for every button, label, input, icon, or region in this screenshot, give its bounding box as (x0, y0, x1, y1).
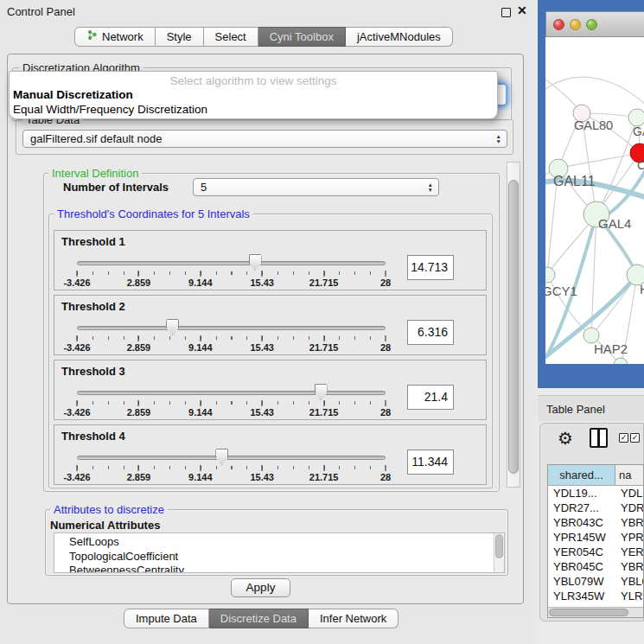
table-row[interactable]: YBR045CYBR0 (548, 559, 643, 574)
tab-style[interactable]: Style (156, 27, 204, 47)
tab-network[interactable]: Network (74, 27, 156, 47)
float-window-icon[interactable] (501, 8, 511, 17)
tab-impute-data[interactable]: Impute Data (124, 609, 209, 628)
cell-shared-name[interactable]: YDL19... (548, 486, 615, 501)
slider-track[interactable] (77, 326, 386, 330)
cell-name[interactable]: YDR2 (615, 501, 643, 515)
slider-thumb[interactable] (166, 319, 179, 335)
cell-shared-name[interactable]: YLR345W (548, 589, 615, 603)
cell-shared-name[interactable]: YBL079W (548, 574, 615, 589)
table-row[interactable]: YDL19...YDL1 (548, 486, 643, 501)
cell-shared-name[interactable]: YBR045C (548, 559, 615, 574)
close-light[interactable] (553, 19, 564, 30)
slider-track[interactable] (77, 391, 386, 395)
tick-mark (323, 335, 324, 341)
tab-select[interactable]: Select (204, 27, 258, 47)
threshold-value-box[interactable]: 14.713 (407, 255, 454, 280)
node-attribute-table[interactable]: shared... na YDL19...YDL1YDR27...YDR2YBR… (547, 464, 644, 618)
table-panel-title: Table Panel (546, 403, 605, 416)
threshold-value-box[interactable]: 11.344 (407, 450, 454, 475)
attribute-list-item[interactable]: BetweennessCentrality (69, 564, 504, 573)
split-table-icon[interactable] (590, 428, 608, 448)
attributes-list-scrollbar[interactable] (494, 533, 504, 572)
cell-name[interactable]: YBL0 (615, 574, 643, 589)
tab-infer-network[interactable]: Infer Network (309, 609, 399, 628)
cell-name[interactable]: YDL1 (615, 486, 643, 501)
scrollbar-thumb[interactable] (508, 180, 519, 474)
cell-name[interactable]: YLR3 (615, 589, 643, 603)
network-node[interactable] (545, 267, 555, 283)
number-of-intervals-combobox[interactable]: 5 ▲▼ (193, 178, 439, 196)
tick-label: 15.43 (250, 277, 274, 288)
network-window-titlebar (545, 11, 644, 37)
scrollbar-thumb[interactable] (495, 534, 503, 558)
table-row[interactable]: YLR345WYLR3 (548, 589, 643, 603)
threshold-slider[interactable]: -3.4262.8599.14415.4321.71528 (77, 448, 386, 482)
gear-icon[interactable]: ⚙ (558, 428, 573, 449)
attribute-list-item[interactable]: TopologicalCoefficient (69, 550, 504, 564)
threshold-value-box[interactable]: 6.316 (407, 320, 454, 345)
checkbox-icon[interactable]: ✓ (630, 433, 640, 443)
table-row[interactable]: YBL079WYBL0 (548, 574, 643, 589)
cell-shared-name[interactable]: YER054C (548, 545, 615, 559)
slider-minor-ticks (77, 401, 386, 405)
panel-title: Control Panel (7, 5, 75, 18)
slider-thumb[interactable] (249, 254, 262, 271)
tick-mark (77, 400, 78, 406)
algorithm-popup-header: Select algorithm to view settings (10, 74, 497, 87)
algorithm-option-manual[interactable]: Manual Discretization (10, 87, 497, 102)
tick-mark (262, 400, 263, 406)
attribute-list-item[interactable]: SelfLoops (69, 535, 504, 550)
tick-mark (323, 465, 324, 471)
cell-shared-name[interactable]: YBR043C (548, 515, 615, 530)
cell-name[interactable]: YER0 (615, 545, 643, 559)
column-header-shared-name[interactable]: shared... (548, 465, 615, 485)
threshold-value-box[interactable]: 21.4 (407, 385, 454, 410)
slider-thumb[interactable] (315, 384, 328, 400)
cell-shared-name[interactable]: YPR145W (548, 530, 615, 545)
close-icon[interactable]: ✕ (517, 3, 527, 17)
slider-track[interactable] (77, 456, 386, 460)
tick-mark (77, 335, 78, 341)
tab-cyni-toolbox[interactable]: Cyni Toolbox (258, 27, 346, 47)
table-row[interactable]: YER054CYER0 (548, 545, 643, 559)
network-edge[interactable] (545, 77, 644, 106)
vertical-scrollbar[interactable] (507, 162, 520, 488)
table-data-combobox[interactable]: galFiltered.sif default node ▲▼ (22, 130, 507, 148)
cell-name[interactable]: YBR0 (615, 515, 643, 530)
network-edge[interactable] (558, 153, 640, 169)
zoom-light[interactable] (586, 19, 597, 30)
tick-label: -3.426 (63, 342, 90, 353)
slider-thumb[interactable] (215, 449, 228, 465)
tick-label: 15.43 (250, 472, 274, 482)
tab-discretize-data[interactable]: Discretize Data (209, 609, 309, 628)
network-node-label: H (640, 282, 644, 296)
cell-shared-name[interactable]: YDR27... (548, 501, 615, 515)
algorithm-dropdown-popup: Select algorithm to view settings Manual… (9, 71, 498, 119)
threshold-slider[interactable]: -3.4262.8599.14415.4321.71528 (77, 253, 386, 288)
cell-name[interactable]: YBR0 (615, 559, 643, 574)
table-row[interactable]: YDR27...YDR2 (548, 501, 643, 515)
table-row[interactable]: YPR145WYPR1 (548, 530, 643, 545)
scrollbar-thumb[interactable] (549, 609, 628, 616)
minimize-light[interactable] (570, 19, 581, 30)
combobox-stepper-icon: ▲▼ (496, 131, 501, 147)
threshold-slider[interactable]: -3.4262.8599.14415.4321.71528 (77, 383, 386, 418)
network-icon (86, 28, 98, 46)
network-graph[interactable]: GAL80GACGAL11GAL4GCY1HHAP2 (545, 37, 644, 364)
network-canvas[interactable]: GAL80GACGAL11GAL4GCY1HHAP2 (545, 37, 644, 364)
checkbox-icon[interactable]: ✓ (619, 433, 628, 443)
horizontal-scrollbar[interactable] (548, 607, 643, 617)
apply-button[interactable]: Apply (231, 578, 290, 597)
slider-track[interactable] (77, 261, 386, 265)
column-header-name[interactable]: na (615, 465, 643, 485)
table-row[interactable]: YBR043CYBR0 (548, 515, 643, 530)
algorithm-option-equal-width[interactable]: Equal Width/Frequency Discretization (10, 102, 497, 117)
network-node-label: GAL80 (574, 118, 613, 132)
tab-jactivemnodules[interactable]: jActiveMNodules (346, 27, 453, 47)
slider-minor-ticks (77, 466, 386, 469)
network-node[interactable] (628, 109, 644, 126)
numerical-attributes-list[interactable]: SelfLoopsTopologicalCoefficientBetweenne… (54, 532, 505, 573)
threshold-slider[interactable]: -3.4262.8599.14415.4321.71528 (77, 318, 386, 353)
cell-name[interactable]: YPR1 (615, 530, 643, 545)
